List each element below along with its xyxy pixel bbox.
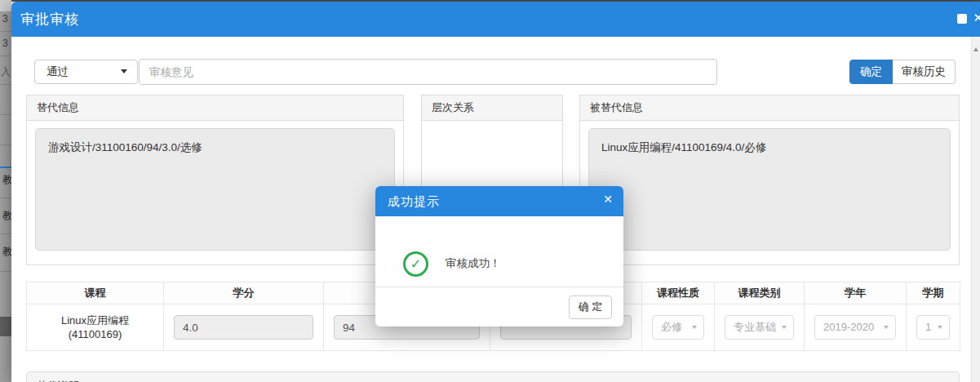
panel-body: Linux应用编程/41100169/4.0/必修 (580, 121, 959, 258)
background-corner (0, 0, 11, 11)
background-divider (0, 56, 11, 56)
background-divider (0, 233, 11, 234)
dialog-message: 审核成功！ (446, 256, 501, 271)
background-blue-rule (0, 167, 11, 168)
background-divider (0, 198, 11, 198)
close-icon[interactable]: ✕ (973, 11, 980, 25)
dialog-title: 成功提示 (388, 186, 440, 216)
course-name: Linux应用编程 (37, 313, 153, 327)
col-header-year: 学年 (805, 282, 907, 304)
dialog-header: 成功提示 ✕ (375, 186, 623, 216)
modal-header: 审批审核 ✕ (11, 2, 980, 37)
modal-title: 审批审核 (20, 2, 79, 37)
credit-input[interactable] (174, 315, 313, 340)
background-fragment: 3 (2, 38, 8, 49)
semester-select[interactable]: 1 (916, 315, 950, 340)
credit-cell (164, 304, 324, 351)
category-cell: 专业基础 (715, 304, 805, 351)
background-divider (0, 144, 11, 145)
panel-title: 替代信息 (27, 96, 403, 121)
category-select[interactable]: 专业基础 (725, 315, 794, 340)
background-divider (0, 114, 11, 115)
year-select-value: 2019-2020 (823, 321, 874, 333)
background-divider (0, 84, 11, 85)
close-icon[interactable]: ✕ (603, 193, 613, 206)
restore-window-icon[interactable] (957, 14, 967, 24)
col-header-category: 课程类别 (715, 282, 805, 304)
background-divider (0, 271, 11, 272)
background-divider (0, 31, 11, 32)
replacement-info-panel: 替代信息 游戏设计/31100160/94/3.0/选修 (26, 95, 404, 265)
year-select[interactable]: 2019-2020 (814, 315, 896, 340)
course-code: (41100169) (37, 327, 153, 341)
col-header-nature: 课程性质 (642, 282, 715, 304)
confirm-button[interactable]: 确定 (849, 60, 893, 84)
background-page-strip: 3 3 输入 教 教 教 (0, 0, 11, 382)
course-cell: Linux应用编程 (41100169) (27, 304, 164, 351)
success-check-icon: ✓ (403, 251, 428, 277)
decision-select-value: 通过 (47, 65, 69, 78)
caret-down-icon (692, 326, 697, 329)
background-dark-row (0, 317, 11, 336)
scrollbar-up-arrow-icon[interactable] (973, 47, 978, 51)
caret-down-icon (782, 326, 787, 329)
semester-select-value: 1 (925, 321, 931, 333)
success-dialog: 成功提示 ✕ ✓ 审核成功！ 确 定 (375, 186, 623, 326)
panel-body (422, 121, 562, 135)
nature-select[interactable]: 必修 (652, 315, 704, 340)
background-fragment: 教 (2, 173, 11, 187)
background-fragment: 3 (2, 13, 8, 24)
col-header-semester: 学期 (907, 282, 960, 304)
dialog-body: ✓ 审核成功！ (375, 216, 623, 286)
caret-down-icon (938, 326, 942, 329)
replacement-note-panel: 替代说明 (26, 371, 960, 382)
toolbar-button-group: 确定 审核历史 (849, 60, 956, 84)
review-history-button[interactable]: 审核历史 (893, 60, 956, 84)
caret-down-icon (121, 69, 127, 73)
replaced-info-panel: 被替代信息 Linux应用编程/41100169/4.0/必修 (579, 95, 960, 265)
col-header-course: 课程 (27, 282, 164, 304)
year-cell: 2019-2020 (805, 304, 907, 351)
panel-title: 被替代信息 (580, 96, 959, 121)
panel-body: 游戏设计/31100160/94/3.0/选修 (27, 121, 403, 258)
col-header-credit: 学分 (164, 282, 324, 304)
nature-cell: 必修 (642, 304, 715, 351)
background-fragment: 教 (2, 245, 11, 259)
nature-select-value: 必修 (661, 321, 682, 333)
background-fragment: 教 (2, 209, 11, 223)
dialog-footer: 确 定 (375, 286, 623, 326)
replaced-info-box: Linux应用编程/41100169/4.0/必修 (588, 128, 951, 251)
background-fragment: 输入 (0, 65, 11, 79)
dialog-ok-button[interactable]: 确 定 (569, 295, 612, 319)
semester-cell: 1 (907, 304, 960, 351)
panel-title: 替代说明 (27, 372, 959, 382)
replacement-info-box: 游戏设计/31100160/94/3.0/选修 (35, 128, 395, 251)
review-opinion-input[interactable] (139, 59, 717, 85)
caret-down-icon (884, 326, 889, 329)
decision-select[interactable]: 通过 (34, 60, 138, 84)
panel-title: 层次关系 (422, 96, 562, 121)
category-select-value: 专业基础 (734, 321, 776, 333)
vertical-scrollbar[interactable] (971, 37, 980, 382)
